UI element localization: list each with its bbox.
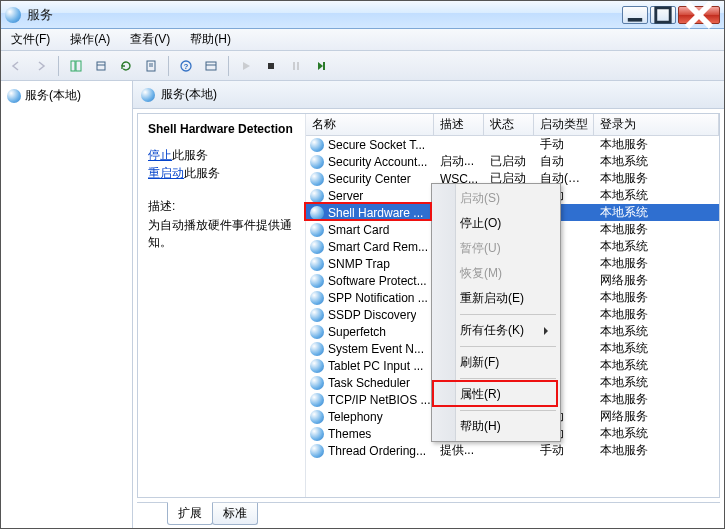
service-icon — [310, 240, 324, 254]
close-button[interactable] — [678, 6, 720, 24]
service-name: Smart Card — [328, 223, 389, 237]
content-header-label: 服务(本地) — [161, 86, 217, 103]
minimize-button[interactable] — [622, 6, 648, 24]
console-tree-button[interactable] — [200, 55, 222, 77]
col-name[interactable]: 名称 — [306, 114, 434, 135]
tree-pane: 服务(本地) — [1, 81, 133, 528]
detail-panel: Shell Hardware Detection 停止此服务 重启动此服务 描述… — [138, 114, 306, 497]
properties-button[interactable] — [140, 55, 162, 77]
col-logon[interactable]: 登录为 — [594, 114, 719, 135]
menu-file[interactable]: 文件(F) — [5, 29, 56, 50]
service-icon — [310, 274, 324, 288]
tree-root-label: 服务(本地) — [25, 87, 81, 104]
service-name: Secure Socket T... — [328, 138, 425, 152]
content-pane: 服务(本地) Shell Hardware Detection 停止此服务 重启… — [133, 81, 724, 528]
service-logon: 本地系统 — [594, 425, 719, 442]
service-name: SPP Notification ... — [328, 291, 428, 305]
col-state[interactable]: 状态 — [484, 114, 534, 135]
service-name: Telephony — [328, 410, 383, 424]
context-menu: 启动(S) 停止(O) 暂停(U) 恢复(M) 重新启动(E) 所有任务(K) … — [431, 183, 561, 442]
service-row[interactable]: Security Account...启动...已启动自动本地系统 — [306, 153, 719, 170]
window-title: 服务 — [27, 6, 622, 24]
ctx-help[interactable]: 帮助(H) — [434, 414, 558, 439]
service-logon: 本地系统 — [594, 340, 719, 357]
service-startup: 手动 — [534, 442, 594, 459]
svg-rect-5 — [76, 61, 81, 71]
show-hide-button[interactable] — [65, 55, 87, 77]
service-name: SNMP Trap — [328, 257, 390, 271]
service-row[interactable]: Secure Socket T...手动本地服务 — [306, 136, 719, 153]
service-name: Smart Card Rem... — [328, 240, 428, 254]
export-button[interactable] — [90, 55, 112, 77]
service-row[interactable]: Thread Ordering...提供...手动本地服务 — [306, 442, 719, 459]
service-logon: 本地系统 — [594, 187, 719, 204]
service-logon: 本地服务 — [594, 289, 719, 306]
refresh-button[interactable] — [115, 55, 137, 77]
help-button[interactable]: ? — [175, 55, 197, 77]
desc-label: 描述: — [148, 198, 295, 215]
tabs: 扩展 标准 — [137, 502, 720, 524]
stop-link[interactable]: 停止 — [148, 148, 172, 162]
svg-text:?: ? — [184, 62, 189, 71]
service-logon: 本地系统 — [594, 238, 719, 255]
column-headers: 名称 描述 状态 启动类型 登录为 — [306, 114, 719, 136]
service-icon — [310, 189, 324, 203]
ctx-properties[interactable]: 属性(R) — [434, 382, 558, 407]
maximize-button[interactable] — [650, 6, 676, 24]
restart-link[interactable]: 重启动 — [148, 166, 184, 180]
service-name: Shell Hardware ... — [328, 206, 423, 220]
col-desc[interactable]: 描述 — [434, 114, 484, 135]
svg-rect-6 — [97, 62, 105, 70]
col-startup[interactable]: 启动类型 — [534, 114, 594, 135]
restart-suffix: 此服务 — [184, 166, 220, 180]
titlebar: 服务 — [1, 1, 724, 29]
svg-rect-17 — [297, 62, 299, 70]
service-icon — [310, 155, 324, 169]
services-icon — [141, 88, 155, 102]
service-desc: 提供... — [434, 442, 484, 459]
service-name: TCP/IP NetBIOS ... — [328, 393, 430, 407]
restart-service-button[interactable] — [310, 55, 332, 77]
service-logon: 本地服务 — [594, 136, 719, 153]
app-icon — [5, 7, 21, 23]
ctx-stop[interactable]: 停止(O) — [434, 211, 558, 236]
service-logon: 本地服务 — [594, 170, 719, 187]
selected-service-title: Shell Hardware Detection — [148, 122, 295, 136]
svg-rect-4 — [71, 61, 75, 71]
start-service-button — [235, 55, 257, 77]
service-name: Superfetch — [328, 325, 386, 339]
menu-action[interactable]: 操作(A) — [64, 29, 116, 50]
menu-help[interactable]: 帮助(H) — [184, 29, 237, 50]
submenu-arrow-icon — [544, 327, 552, 335]
service-logon: 本地服务 — [594, 306, 719, 323]
tab-standard[interactable]: 标准 — [212, 503, 258, 525]
service-name: System Event N... — [328, 342, 424, 356]
service-icon — [310, 342, 324, 356]
service-name: Themes — [328, 427, 371, 441]
service-startup: 自动 — [534, 153, 594, 170]
service-state: 已启动 — [484, 153, 534, 170]
service-icon — [310, 308, 324, 322]
ctx-all-tasks[interactable]: 所有任务(K) — [434, 318, 558, 343]
service-logon: 本地系统 — [594, 357, 719, 374]
service-icon — [310, 359, 324, 373]
service-icon — [310, 444, 324, 458]
tab-extended[interactable]: 扩展 — [167, 502, 213, 525]
service-logon: 本地系统 — [594, 374, 719, 391]
desc-text: 为自动播放硬件事件提供通知。 — [148, 217, 295, 251]
menu-view[interactable]: 查看(V) — [124, 29, 176, 50]
service-logon: 本地服务 — [594, 442, 719, 459]
svg-rect-15 — [268, 63, 274, 69]
service-name: Task Scheduler — [328, 376, 410, 390]
toolbar: ? — [1, 51, 724, 81]
main: 服务(本地) 服务(本地) Shell Hardware Detection 停… — [1, 81, 724, 528]
ctx-restart[interactable]: 重新启动(E) — [434, 286, 558, 311]
service-icon — [310, 427, 324, 441]
service-desc: 启动... — [434, 153, 484, 170]
ctx-refresh[interactable]: 刷新(F) — [434, 350, 558, 375]
svg-rect-16 — [293, 62, 295, 70]
tree-root[interactable]: 服务(本地) — [3, 85, 130, 106]
stop-suffix: 此服务 — [172, 148, 208, 162]
service-name: Server — [328, 189, 363, 203]
stop-service-button[interactable] — [260, 55, 282, 77]
